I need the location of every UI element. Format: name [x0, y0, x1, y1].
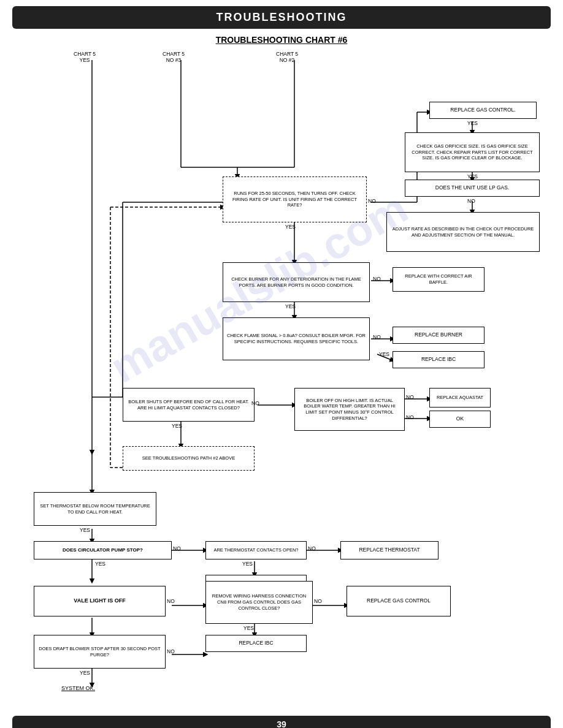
- no-label-4: NO: [373, 334, 381, 340]
- page-header: TROUBLESHOOTING: [12, 6, 551, 29]
- yes-label-9: YES: [242, 561, 253, 567]
- boiler-off-high-limit: BOILER OFF ON HIGH LIMIT. IS ACTUAL BOIL…: [294, 388, 405, 431]
- yes-label-10: YES: [243, 625, 254, 631]
- no-label-6: NO: [406, 394, 414, 400]
- chart-title: TROUBLESHOOTING CHART #6: [0, 35, 563, 45]
- diagram-area: manualslib.com: [0, 48, 563, 716]
- chart5-yes-label: CHART 5YES: [74, 51, 96, 63]
- vale-light-off: VALE LIGHT IS OFF: [34, 586, 166, 616]
- no-label-8: NO: [173, 545, 181, 552]
- page-footer: 39: [12, 716, 551, 728]
- check-gas-orifice: CHECK GAS ORFICICE SIZE. IS GAS ORIFICE …: [405, 132, 540, 172]
- chart5-no2-label: CHART 5NO #2: [276, 51, 298, 63]
- yes-label-6: YES: [172, 423, 182, 429]
- remove-wiring: REMOVE WIRING HARNESS CONNECTION CN8 FRO…: [205, 581, 313, 624]
- yes-label-7: YES: [80, 527, 90, 533]
- header-title: TROUBLESHOOTING: [216, 11, 347, 23]
- yes-label-8: YES: [95, 561, 105, 567]
- no-label-10: NO: [167, 598, 175, 604]
- no-label-3: NO: [373, 276, 381, 282]
- see-troubleshooting: SEE TROUBLESHOOTING PATH #2 ABOVE: [123, 446, 255, 471]
- replace-thermostat: REPLACE THERMOSTAT: [340, 541, 439, 559]
- set-thermostat: SET THERMOSTAT BELOW ROOM TEMPERATURE TO…: [34, 492, 156, 526]
- does-draft-blower: DOES DRAFT BLOWER STOP AFTER 30 SECOND P…: [34, 635, 166, 669]
- replace-burner: REPLACE BURNER: [393, 327, 484, 344]
- no-label-7: NO: [406, 414, 414, 420]
- replace-air-baffle: REPLACE WITH CORRECT AIR BAFFLE.: [393, 267, 484, 292]
- replace-aquastat: REPLACE AQUASTAT: [429, 388, 491, 408]
- ok-box: OK: [429, 411, 491, 428]
- replace-gas-control-bottom: REPLACE GAS CONTROL: [347, 586, 451, 616]
- runs-25-50: RUNS FOR 25-50 SECONDS, THEN TURNS OFF. …: [223, 176, 367, 222]
- yes-label-5: YES: [379, 351, 389, 357]
- yes-label-11: YES: [80, 670, 90, 676]
- does-unit-use-lp: DOES THE UNIT USE LP GAS.: [405, 180, 540, 197]
- replace-gas-control-top: REPLACE GAS CONTROL.: [429, 102, 537, 119]
- yes-label-4: YES: [285, 303, 296, 309]
- replace-ibc-1: REPLACE IBC: [393, 351, 484, 368]
- no-label-9: NO: [308, 545, 316, 552]
- page-number: 39: [277, 719, 286, 728]
- no-label-12: NO: [167, 648, 175, 654]
- yes-label-2: YES: [467, 173, 478, 180]
- replace-ibc-3: REPLACE IBC: [205, 635, 307, 652]
- no-label-5: NO: [251, 400, 259, 406]
- yes-label-1: YES: [467, 120, 478, 126]
- yes-label-3: YES: [285, 224, 296, 230]
- no-label-1: NO: [467, 198, 475, 204]
- check-flame-signal: CHECK FLAME SIGNAL > 0.8uA? CONSULT BOIL…: [223, 317, 370, 360]
- boiler-shuts-off: BOILER SHUTS OFF BEFORE END OF CALL FOR …: [123, 388, 255, 422]
- no-label-2: NO: [368, 198, 376, 204]
- check-burner: CHECK BURNER FOR ANY DETERIORATION IN TH…: [223, 262, 370, 302]
- does-circulator: DOES CIRCULATOR PUMP STOP?: [34, 541, 172, 559]
- are-thermostat-contacts: ARE THERMOSTAT CONTACTS OPEN?: [205, 541, 307, 559]
- no-label-11: NO: [314, 598, 322, 604]
- chart5-no3-label: CHART 5NO #3: [163, 51, 185, 63]
- adjust-rate: ADJUST RATE AS DESCRIBED IN THE CHECK OU…: [386, 212, 540, 252]
